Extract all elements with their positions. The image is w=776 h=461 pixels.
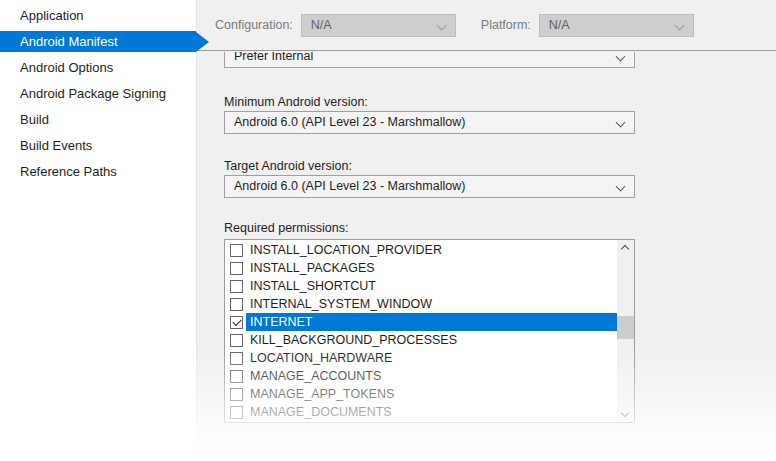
permission-row[interactable]: MANAGE_DOCUMENTS <box>225 403 617 421</box>
sidebar-item-label: Build Events <box>20 138 92 153</box>
chevron-up-icon <box>621 245 629 253</box>
permission-row[interactable]: INTERNAL_SYSTEM_WINDOW <box>225 295 617 313</box>
permissions-rows: INSTALL_LOCATION_PROVIDER INSTALL_PACKAG… <box>225 241 617 421</box>
permission-row[interactable]: MANAGE_ACCOUNTS <box>225 367 617 385</box>
scrollable-form-area: Prefer Internal Minimum Android version:… <box>197 52 776 461</box>
manifest-settings-panel: Configuration: N/A Platform: N/A Prefer … <box>196 0 776 461</box>
sidebar-item-android-options[interactable]: Android Options <box>0 55 196 81</box>
permission-name: MANAGE_ACCOUNTS <box>246 367 617 385</box>
project-properties-page: Application Android Manifest Android Opt… <box>0 0 776 461</box>
sidebar-item-label: Android Package Signing <box>20 86 166 101</box>
platform-label: Platform: <box>481 18 531 32</box>
chevron-down-icon <box>621 409 629 417</box>
required-permissions-label: Required permissions: <box>224 221 348 235</box>
permission-checkbox[interactable] <box>230 370 243 383</box>
platform-select: N/A <box>539 14 694 37</box>
sidebar-item-reference-paths[interactable]: Reference Paths <box>0 159 196 185</box>
permission-row[interactable]: LOCATION_HARDWARE <box>225 349 617 367</box>
sidebar-item-label: Build <box>20 112 49 127</box>
permission-row[interactable]: INSTALL_SHORTCUT <box>225 277 617 295</box>
permission-row[interactable]: MANAGE_APP_TOKENS <box>225 385 617 403</box>
install-location-value: Prefer Internal <box>225 52 634 67</box>
permission-checkbox[interactable] <box>230 262 243 275</box>
vertical-scrollbar[interactable] <box>617 240 634 422</box>
target-version-value: Android 6.0 (API Level 23 - Marshmallow) <box>225 176 634 197</box>
sidebar-item-build[interactable]: Build <box>0 107 196 133</box>
permission-name: INSTALL_SHORTCUT <box>246 277 617 295</box>
platform-value: N/A <box>540 15 693 36</box>
sidebar-item-label: Reference Paths <box>20 164 117 179</box>
scroll-down-button[interactable] <box>617 407 634 422</box>
permission-checkbox[interactable] <box>230 388 243 401</box>
permission-checkbox[interactable] <box>230 244 243 257</box>
min-version-select[interactable]: Android 6.0 (API Level 23 - Marshmallow) <box>224 111 635 134</box>
permission-name: INTERNET <box>246 313 617 331</box>
configuration-select: N/A <box>301 14 456 37</box>
permission-row[interactable]: INTERNET <box>225 313 617 331</box>
sidebar-item-label: Android Manifest <box>20 34 118 49</box>
permission-name: MANAGE_DOCUMENTS <box>246 403 617 421</box>
sidebar-item-android-manifest[interactable]: Android Manifest <box>0 31 196 52</box>
permission-checkbox[interactable] <box>230 316 243 329</box>
sidebar-item-android-package-signing[interactable]: Android Package Signing <box>0 81 196 107</box>
permission-name: INSTALL_LOCATION_PROVIDER <box>246 241 617 259</box>
permission-row[interactable]: KILL_BACKGROUND_PROCESSES <box>225 331 617 349</box>
configuration-label: Configuration: <box>215 18 293 32</box>
properties-sidebar: Application Android Manifest Android Opt… <box>0 0 196 461</box>
permission-name: MANAGE_APP_TOKENS <box>246 385 617 403</box>
permission-name: INSTALL_PACKAGES <box>246 259 617 277</box>
min-version-label: Minimum Android version: <box>224 95 368 109</box>
permission-name: KILL_BACKGROUND_PROCESSES <box>246 331 617 349</box>
configuration-bar: Configuration: N/A Platform: N/A <box>197 0 776 51</box>
selected-arrow-icon <box>196 32 209 52</box>
permission-checkbox[interactable] <box>230 406 243 419</box>
permission-checkbox[interactable] <box>230 352 243 365</box>
permission-checkbox[interactable] <box>230 298 243 311</box>
scroll-up-button[interactable] <box>617 240 634 255</box>
permission-checkbox[interactable] <box>230 334 243 347</box>
sidebar-item-build-events[interactable]: Build Events <box>0 133 196 159</box>
sidebar-item-application[interactable]: Application <box>0 3 196 29</box>
target-version-select[interactable]: Android 6.0 (API Level 23 - Marshmallow) <box>224 175 635 198</box>
permission-row[interactable]: INSTALL_PACKAGES <box>225 259 617 277</box>
min-version-value: Android 6.0 (API Level 23 - Marshmallow) <box>225 112 634 133</box>
permissions-listbox: INSTALL_LOCATION_PROVIDER INSTALL_PACKAG… <box>224 239 635 423</box>
permission-row[interactable]: INSTALL_LOCATION_PROVIDER <box>225 241 617 259</box>
scrollbar-thumb[interactable] <box>617 316 634 339</box>
configuration-value: N/A <box>302 15 455 36</box>
permission-checkbox[interactable] <box>230 280 243 293</box>
sidebar-item-label: Application <box>20 8 84 23</box>
target-version-label: Target Android version: <box>224 159 352 173</box>
install-location-select[interactable]: Prefer Internal <box>224 52 635 68</box>
permission-name: INTERNAL_SYSTEM_WINDOW <box>246 295 617 313</box>
sidebar-item-label: Android Options <box>20 60 113 75</box>
permission-name: LOCATION_HARDWARE <box>246 349 617 367</box>
